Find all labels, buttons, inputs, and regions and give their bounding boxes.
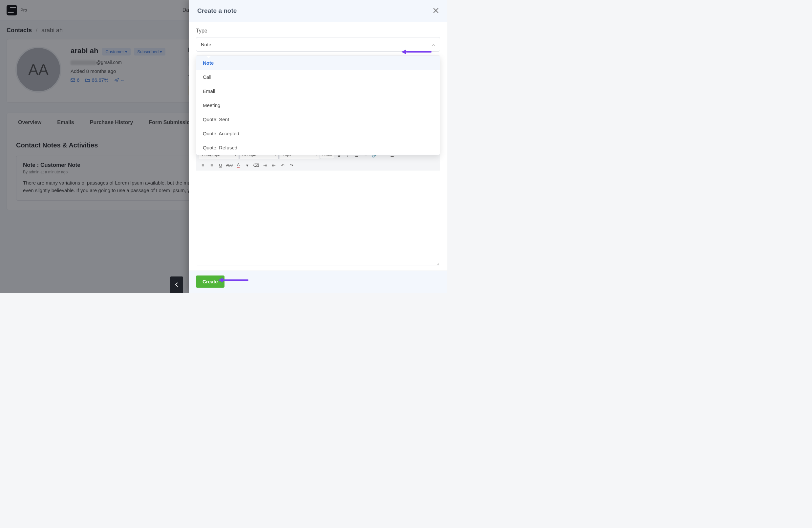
strikethrough-icon: ABC	[226, 163, 233, 167]
text-color-icon: A	[237, 162, 240, 168]
toolbar-align-left[interactable]: ≡	[199, 161, 207, 169]
toolbar-strikethrough[interactable]: ABC	[226, 161, 233, 169]
dropdown-option-note[interactable]: Note	[196, 56, 440, 70]
caret-down-icon: ▾	[246, 163, 248, 168]
resize-handle[interactable]	[435, 261, 439, 265]
dropdown-option-quote-refused[interactable]: Quote: Refused	[196, 141, 440, 155]
redo-icon: ↷	[290, 163, 293, 168]
create-note-drawer: Create a note Type Note Note Call Email …	[189, 0, 447, 293]
toolbar-undo[interactable]: ↶	[279, 161, 287, 169]
rich-text-editor: Paragraph Georgia 16px Button B I ≣ ≡ 🔗 …	[196, 149, 440, 266]
toolbar-redo[interactable]: ↷	[288, 161, 295, 169]
dropdown-option-email[interactable]: Email	[196, 84, 440, 98]
outdent-icon: ⇤	[272, 163, 276, 168]
align-center-icon: ≡	[211, 163, 213, 168]
type-selected-value: Note	[201, 42, 212, 47]
undo-icon: ↶	[281, 163, 285, 168]
toolbar-clear-format[interactable]: ⌫	[252, 161, 260, 169]
dropdown-option-quote-sent[interactable]: Quote: Sent	[196, 112, 440, 126]
dropdown-option-quote-accepted[interactable]: Quote: Accepted	[196, 126, 440, 141]
float-nav	[170, 276, 183, 293]
toolbar-color-dropdown[interactable]: ▾	[243, 161, 251, 169]
close-icon	[433, 8, 439, 13]
close-button[interactable]	[433, 8, 439, 14]
eraser-icon: ⌫	[253, 163, 259, 168]
drawer-footer: Create	[189, 271, 447, 293]
indent-icon: ⇥	[263, 163, 267, 168]
drawer-header: Create a note	[189, 0, 447, 22]
editor-textarea[interactable]	[196, 170, 440, 266]
toolbar-text-color[interactable]: A	[234, 161, 242, 169]
toolbar-outdent[interactable]: ⇤	[270, 161, 278, 169]
align-left-icon: ≡	[202, 163, 204, 168]
toolbar-align-center[interactable]: ≡	[208, 161, 216, 169]
drawer-body: Type Note Note Call Email Meeting Quote:…	[189, 22, 447, 271]
chevron-up-icon	[432, 42, 435, 47]
nav-prev-button[interactable]	[170, 276, 183, 293]
underline-icon: U	[219, 163, 222, 168]
type-dropdown: Note Call Email Meeting Quote: Sent Quot…	[196, 56, 440, 155]
toolbar-underline[interactable]: U	[217, 161, 224, 169]
type-label: Type	[196, 28, 440, 34]
drawer-title: Create a note	[197, 7, 237, 14]
toolbar-indent[interactable]: ⇥	[261, 161, 269, 169]
dropdown-option-meeting[interactable]: Meeting	[196, 98, 440, 112]
dropdown-option-call[interactable]: Call	[196, 70, 440, 84]
chevron-left-icon	[175, 282, 178, 287]
